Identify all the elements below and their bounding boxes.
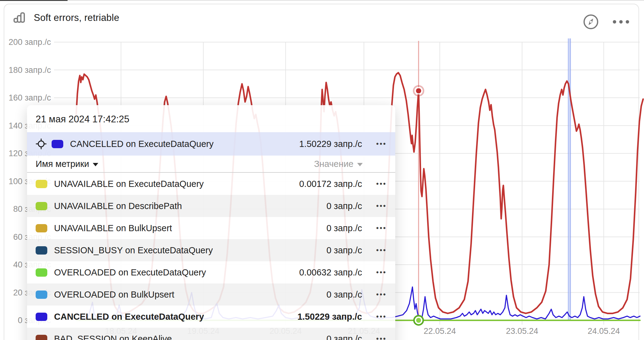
tooltip-metric-row[interactable]: UNAVAILABLE on ExecuteDataQuery 0.00172 … [27,173,395,195]
y-axis-label: 160 запр./с [9,93,51,102]
row-menu-button[interactable]: ••• [362,202,387,210]
metric-value: 0 запр./с [320,223,362,233]
series-color-swatch [36,313,47,321]
header-actions [583,14,630,30]
tooltip-metric-row[interactable]: OVERLOADED on ExecuteDataQuery 0.00632 з… [27,261,395,283]
y-axis-label: 200 запр./с [9,38,51,47]
metric-value: 0.00632 запр./с [293,267,362,278]
metric-name: BAD_SESSION on KeepAlive [54,334,172,340]
tooltip-metric-row[interactable]: BAD_SESSION on KeepAlive 0 запр./с ••• [27,328,395,340]
bar-chart-icon [13,10,26,25]
metric-name: OVERLOADED on BulkUpsert [54,290,174,300]
series-color-swatch [36,335,47,340]
compass-icon [583,14,599,30]
metric-name: UNAVAILABLE on BulkUpsert [54,223,172,233]
tooltip-metric-row[interactable]: CANCELLED on ExecuteDataQuery 1.50229 за… [27,306,395,328]
sort-arrow-icon [93,163,98,166]
pinned-row-menu-button[interactable]: ••• [362,140,387,148]
annotation-line-highlight [569,38,570,320]
x-axis-label: 23.05.24 [506,326,538,336]
chart-title: Soft errors, retriable [34,12,119,23]
pinned-series-swatch [52,140,63,148]
tooltip-metric-row[interactable]: UNAVAILABLE on DescribePath 0 запр./с ••… [27,195,395,217]
metric-value: 0 запр./с [320,290,362,300]
row-menu-button[interactable]: ••• [362,246,387,255]
pinned-metric-value: 1.50229 запр./с [293,139,362,149]
row-menu-button[interactable]: ••• [362,224,387,232]
row-menu-button[interactable]: ••• [362,290,387,299]
column-header-value[interactable]: Значение [314,159,363,169]
tooltip-metric-row[interactable]: UNAVAILABLE on BulkUpsert 0 запр./с ••• [27,217,395,239]
crosshair-icon [36,138,47,149]
tooltip-metric-row[interactable]: OVERLOADED on BulkUpsert 0 запр./с ••• [27,283,395,306]
metric-name-header-label: Имя метрики [36,159,89,169]
sort-arrow-icon [357,163,363,166]
value-header-label: Значение [314,159,353,169]
series-color-swatch [36,202,47,210]
tooltip-metric-row[interactable]: SESSION_BUSY on ExecuteDataQuery 0 запр.… [27,239,395,261]
monitoring-widget: Soft errors, retriable 0 запр./с20 запр.… [0,0,644,340]
hover-tooltip: 21 мая 2024 17:42:25 CANCELLED on Execut… [27,105,395,340]
series-color-swatch [36,268,47,277]
series-color-swatch [36,246,47,255]
row-menu-button[interactable]: ••• [362,268,387,277]
row-menu-button[interactable]: ••• [362,180,387,188]
metric-value: 1.50229 запр./с [291,312,362,322]
metric-value: 0 запр./с [320,245,362,255]
card-header: Soft errors, retriable [13,10,119,25]
explore-compass-button[interactable] [583,14,599,30]
series-color-swatch [36,180,47,188]
metric-name: OVERLOADED on ExecuteDataQuery [54,267,206,278]
tooltip-metric-list: UNAVAILABLE on ExecuteDataQuery 0.00172 … [27,173,395,340]
row-menu-button[interactable]: ••• [362,312,387,321]
tooltip-pinned-row[interactable]: CANCELLED on ExecuteDataQuery 1.50229 за… [27,132,395,156]
more-menu-button[interactable] [612,19,630,24]
metric-value: 0 запр./с [320,334,362,340]
x-axis-label: 22.05.24 [423,326,456,336]
ellipsis-icon [612,19,630,24]
tooltip-column-headers: Имя метрики Значение [27,156,395,173]
metric-name: UNAVAILABLE on DescribePath [54,201,182,211]
column-header-metric-name[interactable]: Имя метрики [36,159,98,169]
series-color-swatch [36,224,47,232]
metric-value: 0 запр./с [320,201,362,211]
metric-name: CANCELLED on ExecuteDataQuery [54,312,204,322]
red-marker-point [416,88,421,93]
row-menu-button[interactable]: ••• [362,334,387,340]
series-color-swatch [36,291,47,299]
green-marker-point [416,318,421,323]
y-axis-label: 180 запр./с [9,65,51,75]
metric-value: 0.00172 запр./с [293,179,362,189]
tooltip-timestamp: 21 мая 2024 17:42:25 [27,105,395,132]
metric-name: UNAVAILABLE on ExecuteDataQuery [54,179,204,189]
metric-name: SESSION_BUSY on ExecuteDataQuery [54,245,213,255]
pinned-metric-name: CANCELLED on ExecuteDataQuery [70,139,213,149]
x-axis-label: 24.05.24 [587,326,620,336]
